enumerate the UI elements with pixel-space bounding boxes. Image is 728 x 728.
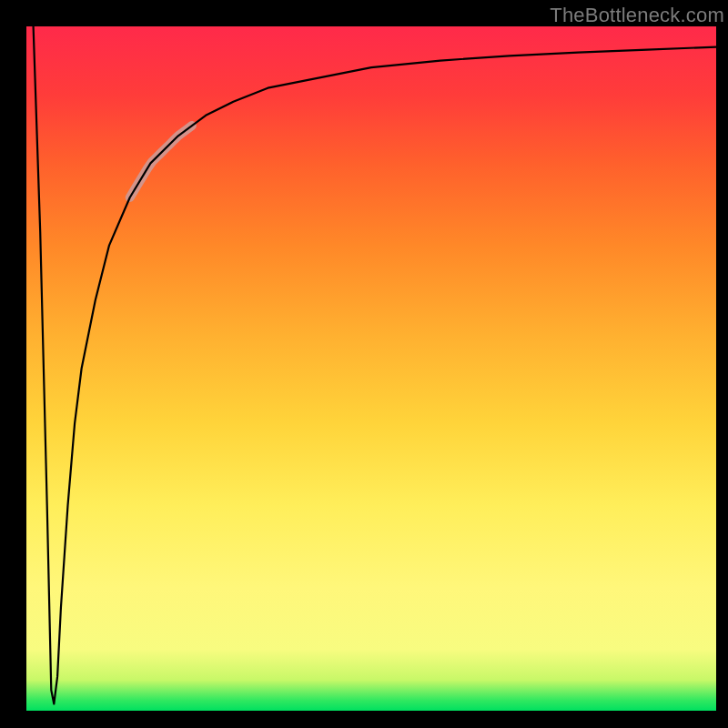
plot-area <box>26 26 716 711</box>
watermark-text: TheBottleneck.com <box>550 4 724 27</box>
highlight-segment <box>130 126 192 197</box>
bottleneck-curve <box>34 26 716 704</box>
chart-frame: TheBottleneck.com <box>0 0 728 728</box>
curve-layer <box>26 26 716 711</box>
